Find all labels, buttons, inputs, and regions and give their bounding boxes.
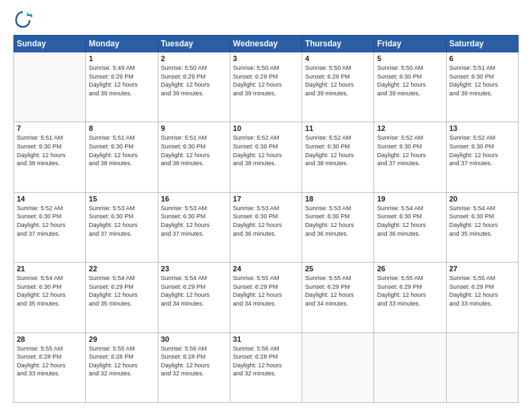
day-info: Sunrise: 5:52 AM Sunset: 6:30 PM Dayligh… (305, 134, 371, 167)
day-info: Sunrise: 5:50 AM Sunset: 6:29 PM Dayligh… (233, 64, 299, 97)
calendar-cell: 10Sunrise: 5:52 AM Sunset: 6:30 PM Dayli… (230, 122, 302, 192)
calendar-cell: 2Sunrise: 5:50 AM Sunset: 6:29 PM Daylig… (158, 52, 230, 122)
calendar-cell: 14Sunrise: 5:52 AM Sunset: 6:30 PM Dayli… (14, 192, 86, 262)
page: SundayMondayTuesdayWednesdayThursdayFrid… (0, 0, 532, 411)
calendar-cell: 7Sunrise: 5:51 AM Sunset: 6:30 PM Daylig… (14, 122, 86, 192)
calendar-cell: 26Sunrise: 5:55 AM Sunset: 6:29 PM Dayli… (374, 263, 446, 332)
day-number: 6 (449, 54, 515, 62)
day-number: 8 (89, 124, 154, 132)
day-number: 24 (233, 265, 299, 273)
day-info: Sunrise: 5:51 AM Sunset: 6:30 PM Dayligh… (449, 64, 515, 97)
day-number: 10 (233, 124, 299, 132)
day-number: 5 (377, 54, 443, 62)
day-info: Sunrise: 5:51 AM Sunset: 6:30 PM Dayligh… (17, 134, 83, 167)
day-number: 7 (17, 124, 83, 132)
day-number: 20 (449, 195, 515, 203)
calendar-cell: 9Sunrise: 5:51 AM Sunset: 6:30 PM Daylig… (158, 122, 230, 192)
calendar-cell: 17Sunrise: 5:53 AM Sunset: 6:30 PM Dayli… (230, 192, 302, 262)
day-info: Sunrise: 5:50 AM Sunset: 6:29 PM Dayligh… (305, 64, 371, 97)
week-row-4: 21Sunrise: 5:54 AM Sunset: 6:30 PM Dayli… (14, 263, 519, 332)
day-number: 15 (89, 195, 154, 203)
day-info: Sunrise: 5:53 AM Sunset: 6:30 PM Dayligh… (89, 204, 154, 238)
day-number: 9 (161, 124, 227, 132)
calendar-cell: 25Sunrise: 5:55 AM Sunset: 6:29 PM Dayli… (302, 263, 374, 332)
day-info: Sunrise: 5:50 AM Sunset: 6:29 PM Dayligh… (161, 64, 227, 97)
week-row-2: 7Sunrise: 5:51 AM Sunset: 6:30 PM Daylig… (14, 122, 519, 192)
calendar-cell: 20Sunrise: 5:54 AM Sunset: 6:30 PM Dayli… (446, 192, 518, 262)
day-number: 4 (305, 54, 371, 62)
calendar-cell (374, 332, 446, 402)
calendar-cell: 6Sunrise: 5:51 AM Sunset: 6:30 PM Daylig… (446, 52, 518, 122)
day-info: Sunrise: 5:54 AM Sunset: 6:30 PM Dayligh… (17, 274, 83, 308)
day-number: 3 (233, 54, 299, 62)
calendar-cell: 30Sunrise: 5:56 AM Sunset: 6:28 PM Dayli… (158, 332, 230, 402)
calendar-cell: 8Sunrise: 5:51 AM Sunset: 6:30 PM Daylig… (86, 122, 158, 192)
day-number: 16 (161, 195, 227, 203)
day-number: 29 (89, 335, 154, 343)
day-number: 17 (233, 195, 299, 203)
day-info: Sunrise: 5:55 AM Sunset: 6:29 PM Dayligh… (377, 274, 443, 308)
day-info: Sunrise: 5:53 AM Sunset: 6:30 PM Dayligh… (305, 204, 371, 238)
calendar-cell: 23Sunrise: 5:54 AM Sunset: 6:29 PM Dayli… (158, 263, 230, 332)
calendar-cell: 22Sunrise: 5:54 AM Sunset: 6:29 PM Dayli… (86, 263, 158, 332)
header-row: SundayMondayTuesdayWednesdayThursdayFrid… (14, 36, 519, 52)
day-number: 1 (89, 54, 154, 62)
calendar-cell (14, 52, 86, 122)
day-number: 13 (449, 124, 515, 132)
day-number: 31 (233, 335, 299, 343)
day-header-sunday: Sunday (14, 36, 86, 52)
day-info: Sunrise: 5:49 AM Sunset: 6:29 PM Dayligh… (89, 64, 154, 97)
calendar-cell: 18Sunrise: 5:53 AM Sunset: 6:30 PM Dayli… (302, 192, 374, 262)
day-header-friday: Friday (374, 36, 446, 52)
day-number: 22 (89, 265, 154, 273)
day-info: Sunrise: 5:55 AM Sunset: 6:28 PM Dayligh… (89, 345, 154, 378)
logo (13, 11, 35, 30)
calendar-cell: 29Sunrise: 5:55 AM Sunset: 6:28 PM Dayli… (86, 332, 158, 402)
day-number: 18 (305, 195, 371, 203)
day-info: Sunrise: 5:56 AM Sunset: 6:28 PM Dayligh… (233, 345, 299, 378)
day-number: 25 (305, 265, 371, 273)
day-number: 19 (377, 195, 443, 203)
day-number: 28 (17, 335, 83, 343)
day-info: Sunrise: 5:54 AM Sunset: 6:30 PM Dayligh… (449, 204, 515, 238)
calendar-cell: 24Sunrise: 5:55 AM Sunset: 6:29 PM Dayli… (230, 263, 302, 332)
day-info: Sunrise: 5:55 AM Sunset: 6:28 PM Dayligh… (17, 345, 83, 378)
calendar-cell: 3Sunrise: 5:50 AM Sunset: 6:29 PM Daylig… (230, 52, 302, 122)
day-number: 27 (449, 265, 515, 273)
day-info: Sunrise: 5:54 AM Sunset: 6:29 PM Dayligh… (89, 274, 154, 308)
calendar-cell: 13Sunrise: 5:52 AM Sunset: 6:30 PM Dayli… (446, 122, 518, 192)
day-number: 11 (305, 124, 371, 132)
day-header-saturday: Saturday (446, 36, 518, 52)
calendar-cell: 5Sunrise: 5:50 AM Sunset: 6:30 PM Daylig… (374, 52, 446, 122)
day-info: Sunrise: 5:50 AM Sunset: 6:30 PM Dayligh… (377, 64, 443, 97)
day-info: Sunrise: 5:55 AM Sunset: 6:29 PM Dayligh… (449, 274, 515, 308)
day-info: Sunrise: 5:52 AM Sunset: 6:30 PM Dayligh… (449, 134, 515, 167)
calendar-cell: 16Sunrise: 5:53 AM Sunset: 6:30 PM Dayli… (158, 192, 230, 262)
week-row-1: 1Sunrise: 5:49 AM Sunset: 6:29 PM Daylig… (14, 52, 519, 122)
calendar-cell: 19Sunrise: 5:54 AM Sunset: 6:30 PM Dayli… (374, 192, 446, 262)
week-row-5: 28Sunrise: 5:55 AM Sunset: 6:28 PM Dayli… (14, 332, 519, 402)
calendar-table: SundayMondayTuesdayWednesdayThursdayFrid… (13, 35, 519, 403)
day-info: Sunrise: 5:53 AM Sunset: 6:30 PM Dayligh… (233, 204, 299, 238)
day-header-monday: Monday (86, 36, 158, 52)
day-header-wednesday: Wednesday (230, 36, 302, 52)
day-header-tuesday: Tuesday (158, 36, 230, 52)
day-info: Sunrise: 5:56 AM Sunset: 6:28 PM Dayligh… (161, 345, 227, 378)
day-info: Sunrise: 5:52 AM Sunset: 6:30 PM Dayligh… (377, 134, 443, 167)
calendar-cell: 4Sunrise: 5:50 AM Sunset: 6:29 PM Daylig… (302, 52, 374, 122)
calendar-cell: 27Sunrise: 5:55 AM Sunset: 6:29 PM Dayli… (446, 263, 518, 332)
logo-icon (13, 11, 32, 30)
day-number: 14 (17, 195, 83, 203)
day-number: 12 (377, 124, 443, 132)
calendar-cell: 28Sunrise: 5:55 AM Sunset: 6:28 PM Dayli… (14, 332, 86, 402)
day-info: Sunrise: 5:51 AM Sunset: 6:30 PM Dayligh… (161, 134, 227, 167)
calendar-cell (446, 332, 518, 402)
calendar-cell: 11Sunrise: 5:52 AM Sunset: 6:30 PM Dayli… (302, 122, 374, 192)
day-number: 2 (161, 54, 227, 62)
day-number: 21 (17, 265, 83, 273)
day-header-thursday: Thursday (302, 36, 374, 52)
day-info: Sunrise: 5:55 AM Sunset: 6:29 PM Dayligh… (305, 274, 371, 308)
day-info: Sunrise: 5:52 AM Sunset: 6:30 PM Dayligh… (17, 204, 83, 238)
header (13, 11, 519, 30)
day-number: 26 (377, 265, 443, 273)
